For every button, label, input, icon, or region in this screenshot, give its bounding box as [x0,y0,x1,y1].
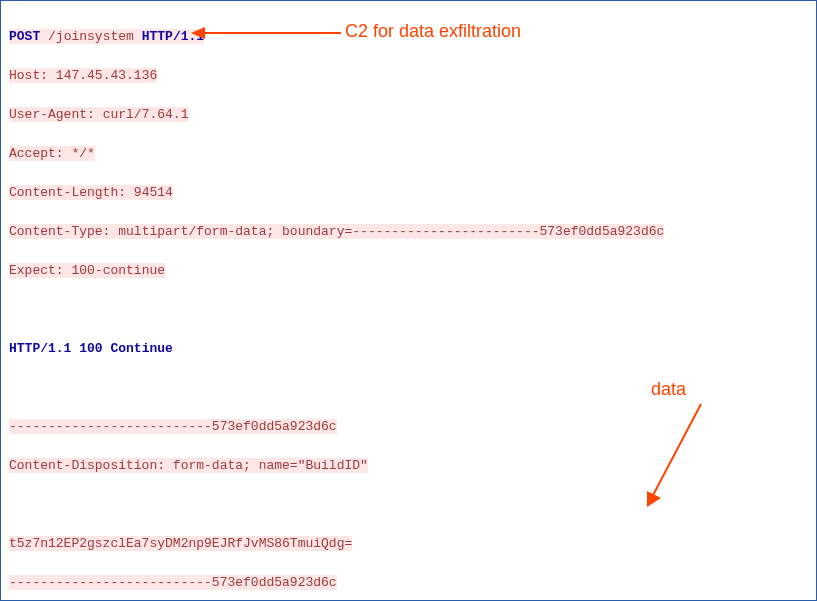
ctype-header: Content-Type: multipart/form-data; bound… [9,224,664,239]
req-path: /joinsystem [48,29,134,44]
svg-marker-1 [191,27,205,39]
host-header: Host: 147.45.43.136 [9,68,157,83]
arrow-c2-icon [191,23,341,43]
arrow-data-icon [641,399,721,509]
packet-dump: POST /joinsystem HTTP/1.1 Host: 147.45.4… [1,1,816,601]
ua-header: User-Agent: curl/7.64.1 [9,107,188,122]
buildid-cd: Content-Disposition: form-data; name="Bu… [9,458,368,473]
svg-line-2 [651,404,701,499]
buildid-value: t5z7n12EP2gszclEa7syDM2np9EJRfJvMS86Tmui… [9,536,352,551]
accept-header: Accept: */* [9,146,95,161]
clen-header: Content-Length: 94514 [9,185,173,200]
resp-line: HTTP/1.1 100 Continue [9,341,173,356]
expect-header: Expect: 100-continue [9,263,165,278]
req-method: POST [9,29,40,44]
annotation-c2: C2 for data exfiltration [343,21,523,42]
annotation-data: data [649,379,688,400]
boundary: --------------------------573ef0dd5a923d… [9,575,337,590]
boundary: --------------------------573ef0dd5a923d… [9,419,337,434]
